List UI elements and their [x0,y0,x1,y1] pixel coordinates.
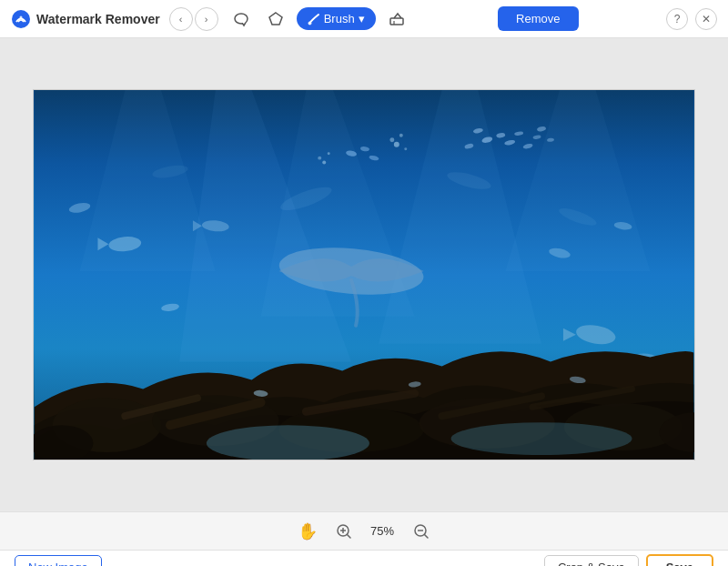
image-container[interactable] [33,89,695,460]
zoom-in-button[interactable] [330,518,358,545]
zoom-value: 75% [367,524,399,538]
svg-rect-3 [390,18,403,25]
help-icon: ? [674,13,681,25]
brush-label: Brush [324,12,355,25]
new-image-label: New Image [28,561,88,566]
new-image-button[interactable]: New Image [15,555,102,566]
remove-button[interactable]: Remove [498,6,578,31]
close-icon: ✕ [702,13,711,25]
app-title: Watermark Remover [36,12,160,26]
svg-point-13 [389,137,394,142]
nav-arrows: ‹ › [169,7,218,31]
svg-point-14 [404,147,407,150]
svg-line-71 [424,534,428,538]
svg-point-16 [328,152,330,155]
svg-line-68 [347,534,350,538]
app-logo-icon [11,9,31,29]
scene-svg [34,90,694,460]
brush-icon [308,13,320,25]
crop-save-label: Crop & Save [558,561,625,566]
footer: New Image Crop & Save Save [0,550,728,566]
remove-label: Remove [516,12,560,25]
save-label: Save [666,561,693,566]
zoom-out-button[interactable] [408,518,435,545]
crop-save-button[interactable]: Crop & Save [544,555,639,566]
polygon-tool-button[interactable] [262,5,289,33]
save-button[interactable]: Save [646,554,713,566]
brush-dropdown-icon: ▾ [359,12,365,25]
toolbar-tools: Brush ▾ [228,5,410,33]
zoom-out-icon [413,523,430,540]
lasso-tool-button[interactable] [228,5,255,33]
zoom-control: ✋ 75% [294,518,435,545]
app-logo: Watermark Remover [11,9,160,29]
eraser-icon [389,11,405,27]
window-controls: ? ✕ [666,8,717,30]
svg-point-2 [308,21,311,25]
close-button[interactable]: ✕ [695,8,717,30]
svg-point-17 [318,157,321,160]
forward-button[interactable]: › [195,7,218,31]
title-bar: Watermark Remover ‹ › Br [0,0,728,38]
lasso-icon [233,11,249,27]
polygon-icon [268,11,284,27]
bottom-toolbar: ✋ 75% [0,511,728,550]
svg-point-15 [322,161,326,165]
svg-point-11 [394,142,399,147]
svg-point-1 [20,15,23,18]
svg-point-52 [451,422,632,455]
brush-tool-button[interactable]: Brush ▾ [297,7,376,30]
svg-point-12 [399,134,403,137]
forward-icon: › [205,14,208,25]
footer-right: Crop & Save Save [544,554,713,566]
zoom-in-icon [336,523,352,540]
main-canvas-area [0,38,728,511]
hand-icon: ✋ [298,521,318,541]
back-icon: ‹ [179,14,183,25]
eraser-tool-button[interactable] [383,5,410,33]
help-button[interactable]: ? [666,8,688,30]
underwater-scene [34,90,694,460]
hand-tool-button[interactable]: ✋ [294,518,321,545]
back-button[interactable]: ‹ [169,7,193,31]
